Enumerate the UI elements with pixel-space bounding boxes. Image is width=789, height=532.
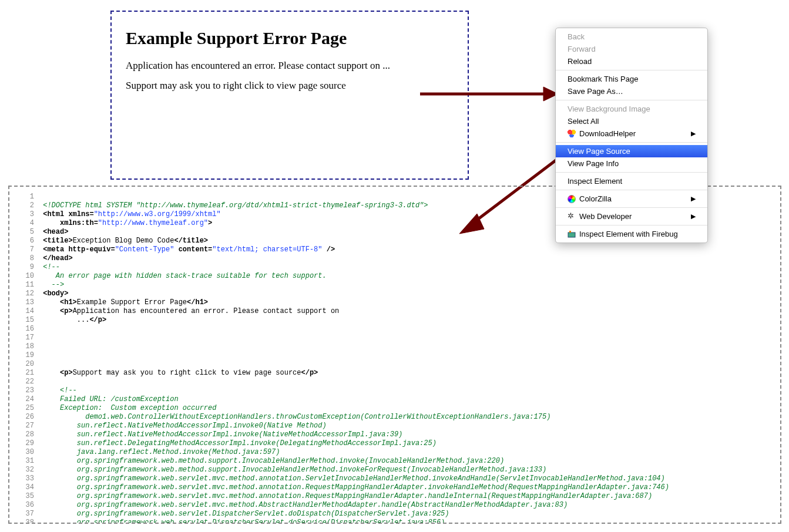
error-page-text-2: Support may ask you to right click to vi… — [126, 80, 454, 92]
menu-item-reload[interactable]: Reload — [556, 55, 707, 68]
colorzilla-icon — [568, 195, 576, 203]
menu-item-back[interactable]: Back — [556, 31, 707, 43]
firebug-icon — [568, 230, 576, 238]
downloadhelper-icon — [568, 130, 576, 138]
menu-separator — [556, 207, 707, 208]
menu-item-inspect-firebug[interactable]: Inspect Element with Firebug — [556, 228, 707, 240]
error-page-panel: Example Support Error Page Application h… — [110, 11, 469, 180]
submenu-arrow-icon: ▶ — [691, 195, 696, 203]
menu-separator — [556, 190, 707, 190]
menu-separator — [556, 225, 707, 225]
menu-separator — [556, 142, 707, 143]
menu-separator — [556, 100, 707, 100]
menu-item-colorzilla[interactable]: ColorZilla ▶ — [556, 193, 707, 205]
menu-item-view-source[interactable]: View Page Source — [556, 145, 707, 157]
error-page-title: Example Support Error Page — [126, 28, 454, 48]
svg-rect-3 — [569, 231, 571, 233]
menu-item-web-developer[interactable]: Web Developer ▶ — [556, 210, 707, 223]
menu-item-view-info[interactable]: View Page Info — [556, 157, 707, 170]
menu-item-view-bg[interactable]: View Background Image — [556, 103, 707, 115]
error-page-text-1: Application has encountered an error. Pl… — [126, 60, 454, 72]
svg-rect-2 — [568, 233, 575, 237]
gear-icon — [568, 213, 576, 221]
submenu-arrow-icon: ▶ — [691, 130, 696, 137]
submenu-arrow-icon: ▶ — [691, 213, 696, 220]
context-menu: Back Forward Reload Bookmark This Page S… — [555, 28, 708, 243]
menu-separator — [556, 70, 707, 70]
menu-item-forward[interactable]: Forward — [556, 43, 707, 55]
menu-item-downloadhelper[interactable]: DownloadHelper ▶ — [556, 127, 707, 140]
menu-separator — [556, 172, 707, 173]
menu-item-select-all[interactable]: Select All — [556, 115, 707, 127]
menu-item-save-as[interactable]: Save Page As… — [556, 85, 707, 97]
menu-item-bookmark[interactable]: Bookmark This Page — [556, 73, 707, 85]
arrow-to-menu-icon — [417, 82, 558, 106]
menu-item-inspect[interactable]: Inspect Element — [556, 175, 707, 187]
